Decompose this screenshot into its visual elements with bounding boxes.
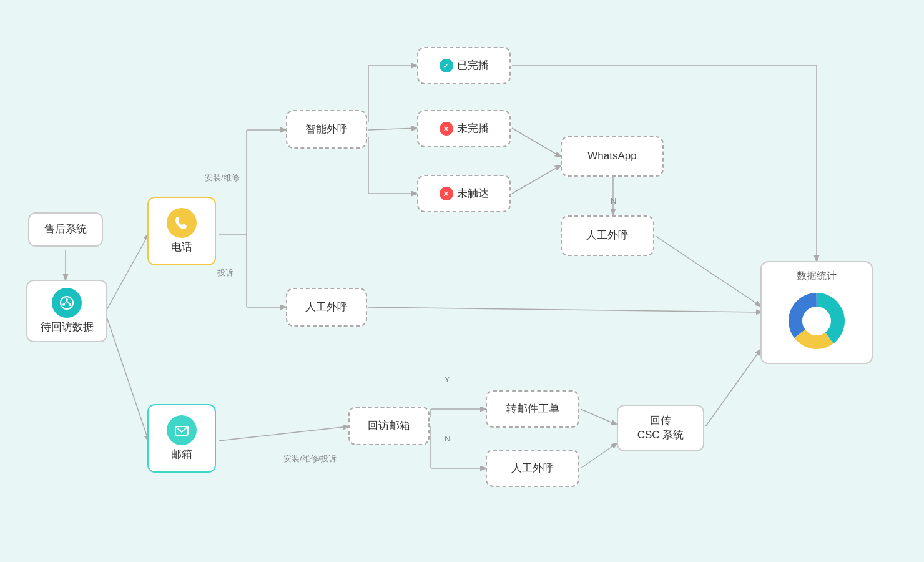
node-data-stats[interactable]: 数据统计 [760, 261, 873, 364]
donut-chart [782, 287, 851, 355]
svg-line-10 [368, 128, 417, 130]
phone-icon [167, 208, 197, 238]
node-not-completed[interactable]: ✕ 未完播 [417, 110, 511, 147]
svg-line-18 [368, 307, 762, 312]
label-install-repair2: 安装/维修/投诉 [283, 453, 337, 465]
svg-point-38 [803, 307, 830, 335]
node-return-csc[interactable]: 回传 CSC 系统 [617, 405, 704, 451]
node-visit-mailbox[interactable]: 回访邮箱 [348, 407, 430, 445]
not-completed-status-icon: ✕ [440, 122, 453, 136]
completed-label: 已完播 [457, 59, 489, 72]
label-n2: N [445, 434, 450, 443]
whatsapp-label: WhatsApp [587, 149, 636, 163]
label-y: Y [445, 375, 450, 384]
completed-status-icon: ✓ [440, 59, 453, 72]
svg-line-27 [705, 350, 760, 426]
manual-call-mid-label: 人工外呼 [586, 229, 629, 242]
node-phone[interactable]: 电话 [147, 197, 216, 265]
pending-label: 待回访数据 [41, 320, 94, 334]
node-manual-call-mid[interactable]: 人工外呼 [561, 215, 654, 256]
phone-label: 电话 [171, 240, 192, 254]
label-n: N [611, 196, 616, 205]
not-reached-label: 未触达 [457, 187, 489, 200]
svg-line-26 [581, 443, 617, 468]
smart-call-label: 智能外呼 [305, 122, 348, 136]
node-email-box[interactable]: 邮箱 [147, 404, 216, 473]
node-pending[interactable]: 待回访数据 [26, 280, 107, 342]
svg-point-29 [66, 298, 68, 301]
svg-line-2 [106, 315, 149, 441]
diagram: 售后系统 待回访数据 电话 [0, 0, 924, 562]
node-manual-call-bot[interactable]: 人工外呼 [486, 450, 579, 487]
manual-call-top-label: 人工外呼 [305, 300, 348, 314]
label-complaint: 投诉 [217, 267, 233, 279]
svg-line-19 [656, 236, 760, 306]
manual-call-bot-label: 人工外呼 [511, 461, 554, 475]
label-install-repair: 安装/维修 [205, 172, 240, 184]
node-completed[interactable]: ✓ 已完播 [417, 47, 511, 84]
not-completed-label: 未完播 [457, 122, 489, 136]
node-smart-call[interactable]: 智能外呼 [286, 110, 367, 149]
svg-line-25 [581, 409, 617, 425]
node-not-reached[interactable]: ✕ 未触达 [417, 175, 511, 212]
data-stats-label: 数据统计 [797, 270, 837, 283]
node-aftersales[interactable]: 售后系统 [28, 212, 103, 247]
svg-line-14 [512, 165, 561, 194]
node-manual-call-top[interactable]: 人工外呼 [286, 288, 367, 327]
aftersales-label: 售后系统 [44, 222, 87, 236]
email-icon [167, 415, 197, 445]
node-whatsapp[interactable]: WhatsApp [561, 136, 664, 177]
visit-mailbox-label: 回访邮箱 [368, 419, 410, 433]
svg-line-33 [67, 301, 70, 305]
svg-line-20 [219, 426, 348, 441]
node-forward-ticket[interactable]: 转邮件工单 [486, 390, 579, 428]
not-reached-status-icon: ✕ [440, 187, 453, 200]
svg-line-1 [106, 234, 149, 311]
svg-line-13 [512, 128, 561, 157]
svg-line-32 [64, 301, 67, 305]
pending-icon [52, 288, 82, 318]
email-box-label: 邮箱 [171, 448, 192, 461]
forward-ticket-label: 转邮件工单 [506, 402, 559, 416]
return-csc-label: 回传 CSC 系统 [637, 414, 684, 441]
